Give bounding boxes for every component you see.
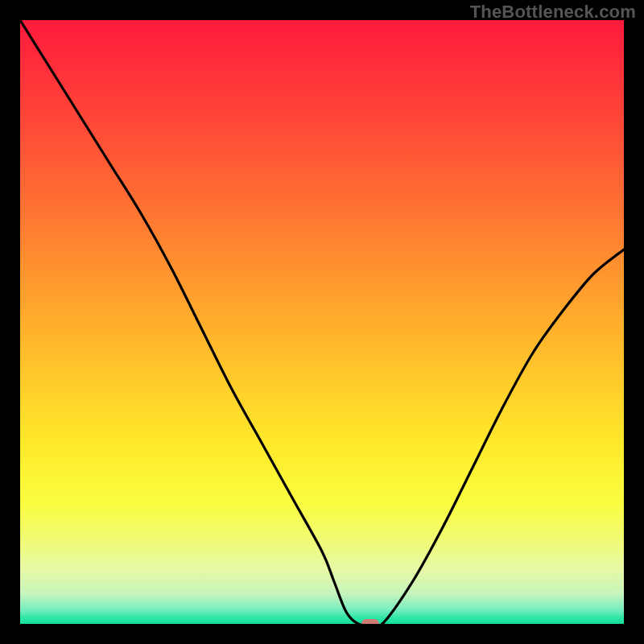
chart-frame: TheBottleneck.com bbox=[0, 0, 644, 644]
watermark-text: TheBottleneck.com bbox=[470, 2, 636, 23]
chart-svg bbox=[20, 20, 624, 624]
gradient-background bbox=[20, 20, 624, 624]
plot-area bbox=[20, 20, 624, 624]
optimal-marker bbox=[361, 619, 379, 624]
